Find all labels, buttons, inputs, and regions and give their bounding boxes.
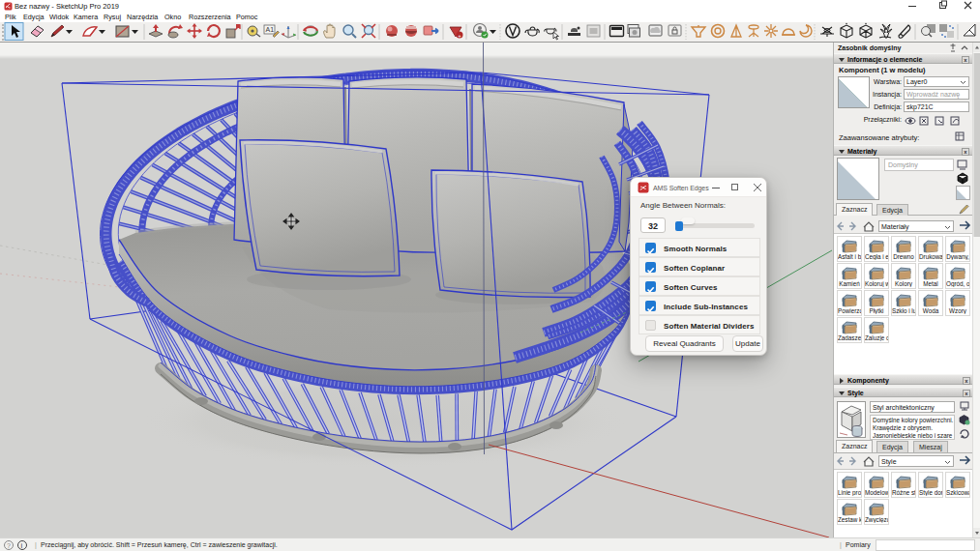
svg-text:+: + [458, 33, 461, 39]
svg-text:A1: A1 [266, 26, 275, 33]
svg-text:?: ? [7, 542, 11, 549]
svg-text:i: i [21, 541, 23, 550]
